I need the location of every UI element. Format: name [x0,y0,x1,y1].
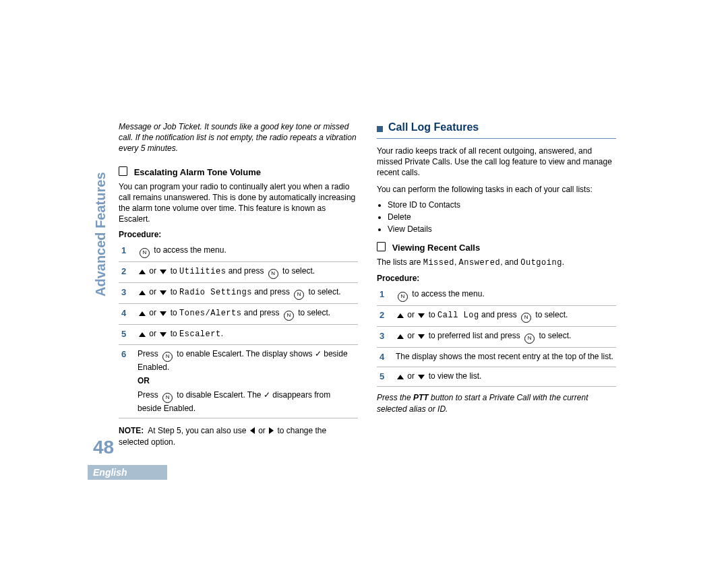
ok-icon: N [162,393,173,403]
menu-item: Escalert [179,330,221,339]
ok-icon: N [521,313,531,323]
step-number: 3 [119,283,135,304]
note-fragment: At Step 5, you can also use [148,426,248,435]
step-text: or to Radio Settings and press N to sele… [135,283,358,304]
down-arrow-icon [418,375,425,379]
step-row: 2 or to Call Log and press N to select. [377,305,616,326]
up-arrow-icon [139,270,146,274]
menu-item: Answered [459,258,501,268]
step-tail: to select. [280,266,315,276]
step-tail: to select. [533,310,568,319]
down-arrow-icon [160,332,166,337]
ok-icon: N [162,352,173,362]
note-fragment: or [256,426,268,435]
text-fragment: . [562,257,564,267]
step-number: 2 [119,262,135,283]
down-arrow-icon [160,311,166,316]
step-row: 1 N to access the menu. [119,241,358,262]
tail-note: Press the PTT button to start a Private … [377,392,616,414]
step-text: Press N to enable Escalert. The display … [135,344,358,418]
text-fragment: , [454,257,459,267]
left-column: Message or Job Ticket. It sounds like a … [119,121,358,445]
section-head-row: Call Log Features [377,121,616,139]
ok-icon: N [140,248,150,258]
step-row: 5 or to view the list. [377,367,616,387]
step-number: 4 [119,304,135,325]
ok-icon: N [294,290,304,300]
step-fragment: to enable Escalert. The display shows [175,349,315,358]
side-section-label: Advanced Features [93,172,109,296]
step-number: 4 [377,347,393,367]
subheading-escalating: Escalating Alarm Tone Volume [119,166,358,177]
book-icon [119,166,127,176]
step-number: 5 [119,325,135,344]
text-fragment: , and [500,257,520,267]
left-arrow-icon [250,427,255,434]
menu-item: Tones/Alerts [179,309,241,318]
step-row: 1 N to access the menu. [377,285,616,306]
step-tail: to select. [306,287,340,296]
book-icon [377,242,386,251]
step-text: N to access the menu. [393,285,616,306]
up-arrow-icon [139,332,146,337]
step-row: 3 or to preferred list and press N to se… [377,326,616,347]
note-block: NOTE: At Step 5, you can also use or to … [119,425,358,448]
step-tail: to select. [296,308,330,317]
menu-item: Radio Settings [179,288,252,297]
step-text: or to Call Log and press N to select. [393,305,616,326]
down-arrow-icon [160,290,166,295]
menu-item: Utilities [179,267,226,276]
step-row: 2 or to Utilities and press N to select. [119,262,358,283]
ok-icon: N [524,334,535,344]
right-arrow-icon [269,427,274,434]
menu-item: Call Log [437,311,479,320]
step-row: 5 or to Escalert. [119,325,358,344]
step-number: 2 [377,305,393,326]
bullet-item: Store ID to Contacts [388,200,616,210]
step-number: 1 [119,241,135,262]
text-fragment: The lists are [377,257,423,267]
check-icon: ✓ [315,349,322,358]
down-arrow-icon [418,334,425,339]
menu-item: Missed [423,258,454,268]
up-arrow-icon [139,311,146,316]
check-icon: ✓ [264,390,270,400]
up-arrow-icon [397,313,404,318]
step-text: or to Tones/Alerts and press N to select… [135,304,358,325]
note-label: NOTE: [119,426,144,435]
step-fragment: Press [138,390,160,400]
step-fragment: Press [138,349,160,358]
step-number: 6 [119,344,135,418]
ok-icon: N [284,311,294,321]
step-text: or to Utilities and press N to select. [135,262,358,283]
bullet-item: View Details [388,224,616,234]
step-number: 5 [377,367,393,387]
bullet-item: Delete [388,212,616,222]
body-paragraph: You can program your radio to continuall… [119,181,358,225]
step-tail: to access the menu. [152,245,226,255]
ptt-bold: PTT [413,393,429,402]
step-tail: to select. [537,331,571,340]
down-arrow-icon [160,270,166,274]
subheading-text: Escalating Alarm Tone Volume [134,167,261,177]
continuation-note: Message or Job Ticket. It sounds like a … [119,121,358,154]
up-arrow-icon [139,290,146,295]
step-tail: . [221,329,223,338]
step-row: 6 Press N to enable Escalert. The displa… [119,344,358,418]
step-text: The display shows the most recent entry … [393,347,616,367]
step-row: 3 or to Radio Settings and press N to se… [119,283,358,304]
language-tab: English [88,465,167,480]
page-number: 48 [93,437,114,458]
subheading-viewing: Viewing Recent Calls [377,242,616,253]
procedure-steps-left: 1 N to access the menu. 2 or to Utilitie… [119,241,358,418]
body-paragraph: Your radio keeps track of all recent out… [377,146,616,179]
step-number: 3 [377,326,393,347]
step-row: 4 or to Tones/Alerts and press N to sele… [119,304,358,325]
step-tail: to view the list. [426,371,481,381]
procedure-steps-right: 1 N to access the menu. 2 or to Call Log… [377,285,616,387]
subheading-text: Viewing Recent Calls [392,243,481,253]
section-heading: Call Log Features [388,121,479,133]
square-bullet-icon [377,126,383,132]
down-arrow-icon [418,313,425,318]
step-text: or to preferred list and press N to sele… [393,326,616,347]
